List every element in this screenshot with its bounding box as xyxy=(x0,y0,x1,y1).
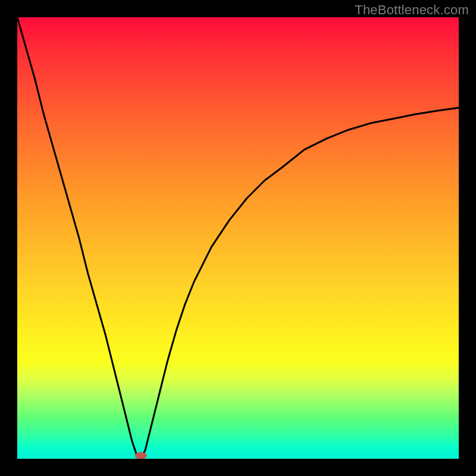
chart-frame: TheBottleneck.com xyxy=(0,0,476,476)
watermark-text: TheBottleneck.com xyxy=(355,2,469,18)
bottleneck-curve xyxy=(17,17,459,459)
curve-layer xyxy=(17,17,459,459)
plot-area xyxy=(17,17,459,459)
